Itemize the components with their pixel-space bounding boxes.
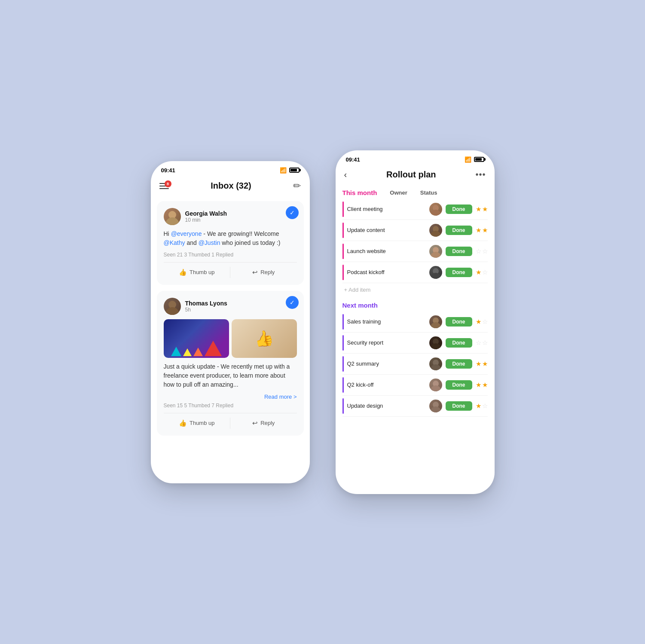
reply-button-2[interactable]: ↩ Reply <box>230 418 297 429</box>
row-bar-8 <box>342 377 344 393</box>
thumbup-icon-1: 👍 <box>179 269 187 276</box>
stars-2: ★ ★ <box>476 226 488 234</box>
next-month-label: Next month <box>342 302 378 309</box>
mention-everyone: @everyone <box>171 230 202 237</box>
post-images: 👍 <box>164 319 297 358</box>
app-scene: 09:41 📶 8 Inbox (32) ✏ <box>151 150 495 494</box>
this-month-header: This month Owner Status <box>342 186 488 198</box>
check-icon-2: ✓ <box>286 296 299 309</box>
item-name-1: Client meeting <box>347 206 426 212</box>
message-card-2: ✓ Thomas Lyons 5h <box>157 291 304 436</box>
plan-row-client-meeting[interactable]: Client meeting Done ★ ★ <box>342 199 488 220</box>
message-card-1: ✓ Georgia Walsh 10 min <box>157 201 304 285</box>
read-more-link[interactable]: Read more > <box>264 394 297 400</box>
stars-3: ☆ ☆ <box>476 247 488 255</box>
message-body-1: Hi @everyone - We are growing!! Welcome … <box>164 229 297 247</box>
svg-point-19 <box>431 385 441 391</box>
star-filled: ★ <box>476 269 481 276</box>
status-done-9: Done <box>446 401 472 411</box>
more-button[interactable]: ••• <box>475 170 486 180</box>
plan-row-sales[interactable]: Sales training Done ★ ☆ <box>342 311 488 333</box>
author-row-1: Georgia Walsh 10 min <box>164 208 297 225</box>
status-done-7: Done <box>446 359 472 369</box>
star-filled: ★ <box>476 381 481 389</box>
plan-row-update-design[interactable]: Update design Done ★ ☆ <box>342 396 488 417</box>
star-filled: ★ <box>476 205 481 213</box>
avatar-georgia <box>164 208 181 225</box>
plan-row-podcast[interactable]: Podcast kickoff Done ★ ☆ <box>342 262 488 283</box>
plan-row-q2-kickoff[interactable]: Q2 kick-off Done ★ ★ <box>342 375 488 396</box>
plan-row-launch-website[interactable]: Launch website Done ☆ ☆ <box>342 241 488 262</box>
author-name-1: Georgia Walsh <box>185 210 227 217</box>
item-name-2: Update content <box>347 227 426 233</box>
this-month-items: Client meeting Done ★ ★ Update content <box>342 199 488 283</box>
stars-8: ★ ★ <box>476 381 488 389</box>
row-bar-5 <box>342 314 344 330</box>
add-item-this-month[interactable]: + Add item <box>342 283 488 296</box>
next-month-items: Sales training Done ★ ☆ Security report <box>342 311 488 417</box>
status-done-5: Done <box>446 317 472 327</box>
status-bar-right: 09:41 📶 <box>336 150 495 166</box>
time-right: 09:41 <box>346 156 360 163</box>
time-left: 09:41 <box>161 167 175 174</box>
message-actions-2: 👍 Thumb up ↩ Reply <box>164 413 297 429</box>
svg-point-5 <box>431 210 441 216</box>
wifi-icon-right: 📶 <box>465 156 471 163</box>
plan-row-update-content[interactable]: Update content Done ★ ★ <box>342 220 488 241</box>
status-done-2: Done <box>446 226 472 235</box>
plan-row-q2-summary[interactable]: Q2 summary Done ★ ★ <box>342 354 488 375</box>
star-filled: ★ <box>482 205 488 213</box>
svg-point-7 <box>431 231 441 237</box>
owner-avatar-7 <box>429 357 442 370</box>
plan-row-security[interactable]: Security report Done ☆ ☆ <box>342 333 488 354</box>
avatar-thomas <box>164 298 181 315</box>
reply-label-2: Reply <box>260 420 275 426</box>
mention-justin: @Justin <box>199 239 220 246</box>
this-month-label: This month <box>342 189 377 196</box>
read-more-row: Read more > <box>164 394 297 400</box>
thumbup-icon-2: 👍 <box>179 419 187 427</box>
owner-avatar-9 <box>429 400 442 412</box>
author-name-2: Thomas Lyons <box>185 300 227 307</box>
star-filled: ★ <box>476 360 481 368</box>
row-bar-2 <box>342 223 344 238</box>
owner-avatar-8 <box>429 378 442 391</box>
item-name-6: Security report <box>347 339 426 346</box>
svg-point-21 <box>431 406 441 412</box>
svg-point-1 <box>165 217 179 225</box>
svg-point-9 <box>431 252 441 258</box>
svg-point-13 <box>431 322 441 328</box>
row-bar-4 <box>342 265 344 280</box>
status-bar-left: 09:41 📶 <box>151 161 310 177</box>
reply-button-1[interactable]: ↩ Reply <box>230 267 297 278</box>
back-button[interactable]: ‹ <box>344 170 347 180</box>
menu-button[interactable]: 8 <box>159 183 169 189</box>
battery-icon <box>289 168 300 173</box>
rollout-content: This month Owner Status Client meeting D… <box>336 185 495 417</box>
svg-point-15 <box>431 343 441 349</box>
star-empty: ☆ <box>482 402 488 410</box>
status-done-4: Done <box>446 268 472 277</box>
reply-label-1: Reply <box>260 269 275 275</box>
star-filled: ★ <box>476 226 481 234</box>
star-filled: ★ <box>476 318 481 326</box>
row-bar-6 <box>342 335 344 351</box>
status-done-3: Done <box>446 247 472 256</box>
author-time-1: 10 min <box>185 217 227 223</box>
post-image-right: 👍 <box>232 319 297 358</box>
row-bar-3 <box>342 244 344 259</box>
reply-icon-2: ↩ <box>252 419 258 427</box>
message-stats-2: Seen 15 5 Thumbed 7 Replied <box>164 403 297 409</box>
rollout-title: Rollout plan <box>386 170 436 180</box>
thumb-up-button-1[interactable]: 👍 Thumb up <box>164 267 231 278</box>
star-filled: ★ <box>482 226 488 234</box>
thumb-up-button-2[interactable]: 👍 Thumb up <box>164 418 231 429</box>
owner-avatar-3 <box>429 245 442 258</box>
svg-point-17 <box>431 364 441 370</box>
star-empty: ☆ <box>482 339 488 347</box>
status-icons-left: 📶 <box>280 167 300 174</box>
stars-5: ★ ☆ <box>476 318 488 326</box>
stars-9: ★ ☆ <box>476 402 488 410</box>
owner-avatar-5 <box>429 315 442 328</box>
edit-button[interactable]: ✏ <box>293 180 301 192</box>
